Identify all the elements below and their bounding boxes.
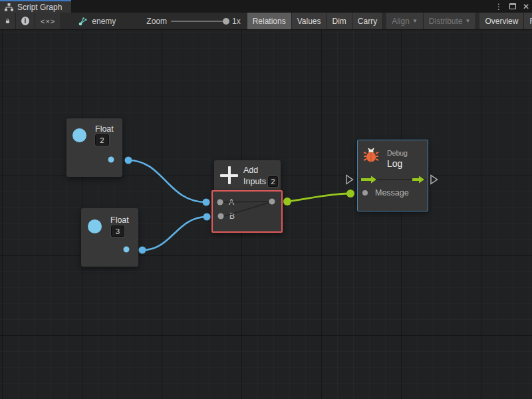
chevron-down-icon: ▼ [466,18,471,24]
flow-output-connector[interactable] [431,176,438,184]
close-icon[interactable]: ✕ [523,3,529,11]
graph-hierarchy-icon [5,3,13,11]
message-port-label: Message [375,188,409,198]
node-title: Log [387,158,402,169]
node-float-2[interactable]: Float 2 [66,118,122,177]
graph-canvas[interactable]: Float 2 Float 3 Add Inputs 2 A B [0,30,532,399]
node-float-3[interactable]: Float 3 [81,208,138,267]
carry-toggle[interactable]: Carry [352,13,383,29]
connection-add-to-message[interactable] [287,194,350,201]
align-dropdown[interactable]: Align ▼ [386,13,424,29]
distribute-dropdown[interactable]: Distribute ▼ [424,13,477,29]
values-toggle[interactable]: Values [292,13,327,29]
connection-endpoint[interactable] [283,198,291,205]
code-preview-button[interactable]: <×> [35,13,61,29]
connection-endpoint[interactable] [139,247,146,254]
float-literal-icon [72,128,86,142]
info-icon: i [21,17,29,25]
zoom-label: Zoom [146,17,167,26]
tab-script-graph[interactable]: Script Graph [0,0,71,13]
node-title: Float [95,124,114,134]
lock-button[interactable] [0,13,16,29]
chevron-down-icon: ▼ [412,18,418,24]
graph-name: enemy [92,17,116,26]
code-icon: <×> [41,17,55,25]
connection-endpoint[interactable] [125,157,132,164]
zoom-slider[interactable] [171,21,228,22]
script-graph-asset-icon [78,17,88,26]
float-value-field[interactable]: 2 [95,134,109,146]
connection-endpoint[interactable] [203,199,210,206]
maximize-icon[interactable] [509,3,516,9]
debug-bug-icon [363,147,379,164]
full-screen-button[interactable]: Full Screen [524,13,532,29]
node-title: Add [243,166,258,175]
connection-float2-to-a[interactable] [128,160,206,202]
connection-endpoint[interactable] [346,190,354,198]
tab-strip: Script Graph ⋮ ✕ [0,0,532,13]
inputs-count-field[interactable]: 2 [268,176,278,187]
add-plus-icon [220,166,238,184]
node-title: Float [110,215,129,225]
info-button[interactable]: i [16,13,35,29]
more-options-icon[interactable]: ⋮ [495,3,503,11]
node-debug-log-focused[interactable]: Debug Log Message [357,140,428,211]
graph-breadcrumb[interactable]: enemy [72,13,122,29]
node-add-header[interactable]: Add Inputs 2 [214,160,281,190]
zoom-control: Zoom 1x [140,13,247,29]
zoom-slider-handle[interactable] [223,18,229,25]
lock-icon [5,17,10,25]
flow-input-connector[interactable] [346,176,353,184]
overview-button[interactable]: Overview [479,13,524,29]
connection-float3-to-b[interactable] [142,217,207,250]
node-category: Debug [387,149,408,157]
tab-title: Script Graph [17,3,62,12]
inputs-label: Inputs [243,177,266,186]
port-a-label: A [229,198,234,207]
graph-toolbar: i <×> enemy Zoom 1x Relations Values Dim [0,13,532,30]
window-controls: ⋮ ✕ [495,0,529,13]
connection-endpoint[interactable] [203,213,211,221]
visual-scripting-window: Script Graph ⋮ ✕ i <×> [0,0,532,399]
float-literal-icon [88,219,102,233]
dim-toggle[interactable]: Dim [327,13,352,29]
relations-toggle[interactable]: Relations [247,13,292,29]
port-b-label: B [229,211,235,221]
node-add-body-selected[interactable]: A B [211,190,283,233]
zoom-value: 1x [232,17,241,26]
float-value-field[interactable]: 3 [111,225,124,237]
